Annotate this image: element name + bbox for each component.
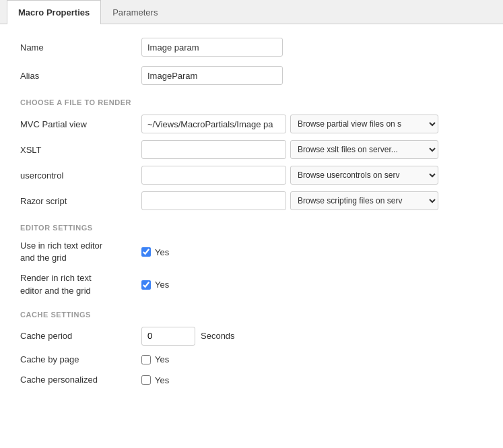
- cache-settings-title: CACHE SETTINGS: [20, 311, 483, 319]
- razor-label: Razor script: [20, 196, 141, 206]
- render-rich-text-label: Render in rich texteditor and the grid: [20, 272, 141, 296]
- render-rich-text-checkbox-group: Yes: [141, 280, 169, 290]
- cache-by-page-row: Cache by page Yes: [20, 354, 483, 366]
- choose-file-title: CHOOSE A FILE TO RENDER: [20, 98, 483, 106]
- use-rich-text-label: Use in rich text editorand the grid: [20, 240, 141, 264]
- alias-label: Alias: [20, 71, 141, 81]
- xslt-input[interactable]: [141, 140, 286, 159]
- cache-personalized-checkbox[interactable]: [141, 375, 151, 385]
- cache-personalized-label: Cache personalized: [20, 374, 141, 386]
- cache-by-page-label: Cache by page: [20, 354, 141, 366]
- use-rich-text-checkbox-group: Yes: [141, 247, 169, 257]
- cache-period-row: Cache period Seconds: [20, 327, 483, 346]
- razor-browse-select[interactable]: Browse scripting files on serv: [290, 191, 438, 210]
- xslt-label: XSLT: [20, 145, 141, 155]
- alias-row: Alias: [20, 66, 483, 85]
- cache-personalized-yes-label: Yes: [155, 375, 169, 385]
- tab-parameters[interactable]: Parameters: [101, 0, 169, 24]
- alias-input[interactable]: [141, 66, 283, 85]
- cache-personalized-row: Cache personalized Yes: [20, 374, 483, 386]
- use-rich-text-row: Use in rich text editorand the grid Yes: [20, 240, 483, 264]
- cache-period-input[interactable]: [141, 327, 195, 346]
- cache-personalized-checkbox-group: Yes: [141, 375, 169, 385]
- cache-by-page-checkbox[interactable]: [141, 355, 151, 364]
- razor-row: Razor script Browse scripting files on s…: [20, 191, 483, 210]
- seconds-label: Seconds: [201, 331, 235, 341]
- tab-bar: Macro Properties Parameters: [0, 0, 503, 24]
- form-content: Name Alias CHOOSE A FILE TO RENDER MVC P…: [0, 24, 503, 408]
- name-input[interactable]: [141, 38, 283, 57]
- cache-period-label: Cache period: [20, 331, 141, 341]
- xslt-row: XSLT Browse xslt files on server...: [20, 140, 483, 159]
- xslt-browse-select[interactable]: Browse xslt files on server...: [290, 140, 438, 159]
- use-rich-text-checkbox[interactable]: [141, 247, 151, 257]
- cache-by-page-checkbox-group: Yes: [141, 354, 169, 364]
- render-rich-text-checkbox[interactable]: [141, 280, 151, 290]
- name-row: Name: [20, 38, 483, 57]
- razor-input[interactable]: [141, 191, 286, 210]
- usercontrol-row: usercontrol Browse usercontrols on serv: [20, 166, 483, 185]
- usercontrol-input[interactable]: [141, 166, 286, 185]
- render-rich-text-yes-label: Yes: [155, 280, 169, 290]
- tab-macro-properties[interactable]: Macro Properties: [7, 0, 101, 24]
- editor-settings-title: EDITOR SETTINGS: [20, 224, 483, 232]
- mvc-label: MVC Partial view: [20, 119, 141, 129]
- render-rich-text-row: Render in rich texteditor and the grid Y…: [20, 272, 483, 296]
- usercontrol-browse-select[interactable]: Browse usercontrols on serv: [290, 166, 438, 185]
- mvc-row: MVC Partial view Browse partial view fil…: [20, 115, 483, 133]
- cache-by-page-yes-label: Yes: [155, 354, 169, 364]
- mvc-browse-select[interactable]: Browse partial view files on s: [290, 115, 438, 133]
- name-label: Name: [20, 42, 141, 53]
- main-container: Macro Properties Parameters Name Alias C…: [0, 0, 503, 448]
- usercontrol-label: usercontrol: [20, 170, 141, 181]
- use-rich-text-yes-label: Yes: [155, 247, 169, 257]
- mvc-input[interactable]: [141, 115, 286, 133]
